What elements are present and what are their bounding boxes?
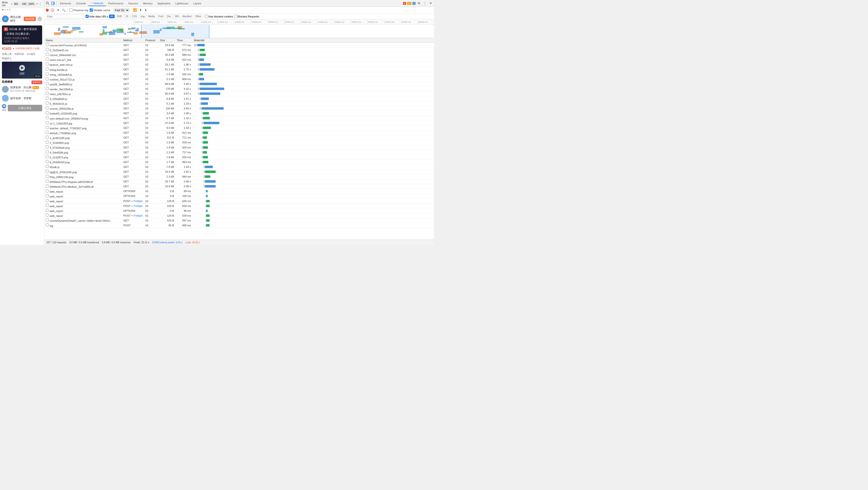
table-row[interactable]: course.html?course_id=249141GETh219.6 kB… bbox=[44, 43, 434, 48]
filter-input[interactable] bbox=[46, 15, 85, 19]
table-row[interactable]: 2_41504f02.pngGETh21.9 kB918 ms bbox=[44, 140, 434, 145]
table-row[interactable]: polyfill_3a4f6893.jsGETh268.6 kB3.40 s bbox=[44, 82, 434, 86]
tab-application[interactable]: Application bbox=[155, 1, 173, 6]
more-options-button[interactable]: ⋮ bbox=[38, 1, 42, 6]
table-row[interactable]: web_reportPOST + Preflighth2129 B635 ms bbox=[44, 199, 434, 203]
filter-toggle-button[interactable]: ▼ bbox=[56, 8, 60, 12]
table-row[interactable]: course_2056326b.jsGETh2100 kB3.93 s bbox=[44, 106, 434, 111]
row-checkbox[interactable] bbox=[46, 223, 49, 226]
filter-font[interactable]: Font bbox=[157, 15, 165, 18]
col-header-time[interactable]: Time bbox=[176, 38, 192, 43]
row-checkbox[interactable] bbox=[46, 131, 49, 134]
invite-badge[interactable]: 邀请有礼 bbox=[31, 81, 42, 84]
blocked-cookies-checkbox[interactable]: Has blocked cookies bbox=[205, 15, 233, 18]
row-checkbox[interactable] bbox=[46, 146, 49, 148]
table-row[interactable]: Play_6908119d.pngGETh22.3 kB944 ms bbox=[44, 174, 434, 179]
throttle-select[interactable]: Fast 3G bbox=[114, 8, 129, 12]
table-row[interactable]: sx-1_1c8a1953.jpgGETh237.6 kB2.73 s bbox=[44, 120, 434, 125]
col-header-waterfall[interactable]: Waterfall bbox=[192, 38, 434, 43]
table-row[interactable]: h5sdk.jsGETh27.9 kB1.44 s bbox=[44, 165, 434, 169]
clear-button[interactable]: 🚫 bbox=[50, 8, 55, 12]
row-checkbox[interactable] bbox=[46, 102, 49, 105]
search-button[interactable]: 🔍 bbox=[62, 8, 66, 12]
preflight-link[interactable]: Preflight bbox=[133, 214, 143, 217]
row-checkbox[interactable] bbox=[46, 77, 49, 80]
table-row[interactable]: web_reportPOST + Preflighth2129 B639 ms bbox=[44, 213, 434, 218]
row-checkbox[interactable] bbox=[46, 170, 49, 173]
row-checkbox[interactable] bbox=[46, 82, 49, 85]
row-checkbox[interactable] bbox=[46, 199, 49, 202]
table-row[interactable]: raven.min.js?_distGETh29.8 kB622 ms bbox=[44, 57, 434, 62]
table-row[interactable]: teacher_default_77392907.pngGETh29.0 kB1… bbox=[44, 125, 434, 130]
col-header-name[interactable]: Name bbox=[44, 38, 122, 43]
row-checkbox[interactable] bbox=[46, 155, 49, 158]
export-button[interactable]: ⬇ bbox=[144, 8, 148, 12]
row-checkbox[interactable] bbox=[46, 48, 49, 51]
tab-performance[interactable]: Performance bbox=[106, 1, 126, 6]
row-checkbox[interactable] bbox=[46, 116, 49, 119]
table-row[interactable]: courseDynamicDetail?_cache=1&bkn=&cid=24… bbox=[44, 218, 434, 223]
row-checkbox[interactable] bbox=[46, 160, 49, 163]
row-checkbox[interactable] bbox=[46, 87, 49, 90]
row-checkbox[interactable] bbox=[46, 58, 49, 61]
row-checkbox[interactable] bbox=[46, 204, 49, 207]
row-checkbox[interactable] bbox=[46, 126, 49, 129]
row-checkbox[interactable] bbox=[46, 180, 49, 183]
table-row[interactable]: imlog_1681bdb4.jsGETh21.0 kB592 ms bbox=[44, 72, 434, 77]
row-checkbox[interactable] bbox=[46, 190, 49, 192]
row-checkbox[interactable] bbox=[46, 121, 49, 124]
blocked-requests-checkbox[interactable]: Blocked Requests bbox=[234, 15, 259, 18]
tab-network[interactable]: ⚠ Network bbox=[88, 1, 106, 6]
more-devtools-button[interactable]: ⋮ bbox=[422, 1, 427, 6]
row-checkbox[interactable] bbox=[46, 184, 49, 188]
filter-all[interactable]: All bbox=[109, 15, 115, 18]
row-checkbox[interactable] bbox=[46, 136, 49, 139]
tab-layers[interactable]: Layers bbox=[191, 1, 204, 6]
preflight-link[interactable]: Preflight bbox=[133, 205, 143, 207]
play-button[interactable] bbox=[19, 65, 25, 71]
col-header-method[interactable]: Method bbox=[122, 38, 144, 43]
record-button[interactable] bbox=[46, 9, 49, 12]
hide-data-urls-checkbox[interactable]: Hide data URLs bbox=[86, 15, 108, 18]
row-checkbox[interactable] bbox=[46, 141, 49, 144]
video-thumbnail[interactable]: 试听 43:21 bbox=[2, 62, 42, 79]
row-checkbox[interactable] bbox=[46, 73, 49, 76]
import-button[interactable]: ⬆ bbox=[139, 8, 143, 12]
table-row[interactable]: beacon_web.min.jsGETh219.1 kB1.86 s bbox=[44, 62, 434, 67]
filter-manifest[interactable]: Manifest bbox=[181, 15, 193, 18]
settings-button[interactable]: ⚙ bbox=[416, 1, 422, 6]
row-checkbox[interactable] bbox=[46, 219, 49, 222]
table-row[interactable]: 3_b7d184a4.pngGETh21.9 kB925 ms bbox=[44, 145, 434, 150]
table-row[interactable]: web_reportOPTIONSh20 B96 ms bbox=[44, 208, 434, 213]
consult-section[interactable]: 💬 咨询 bbox=[2, 104, 6, 112]
filter-xhr[interactable]: XHR bbox=[115, 15, 123, 18]
table-row[interactable]: web_reportOPTIONSh20 B99 ms bbox=[44, 189, 434, 194]
table-row[interactable]: 6_043d5420.pngGETh21.7 kB963 ms bbox=[44, 160, 434, 165]
table-row[interactable]: web_reportPOST + Preflighth2129 B659 ms bbox=[44, 203, 434, 208]
table-row[interactable]: fudao60_e232b35f.pngGETh23.6 kB1.06 s bbox=[44, 111, 434, 116]
row-checkbox[interactable] bbox=[46, 209, 49, 212]
table-row[interactable]: 1_dcd012d5.pngGETh2611 B711 ms bbox=[44, 135, 434, 140]
table-row[interactable]: logPOSTh290 B600 ms bbox=[44, 223, 434, 228]
filter-ws[interactable]: WS bbox=[174, 15, 180, 18]
waterfall-overview[interactable] bbox=[44, 25, 434, 38]
disable-cache-checkbox[interactable]: Disable cache bbox=[90, 8, 110, 12]
row-checkbox[interactable] bbox=[46, 175, 49, 178]
table-row[interactable]: 4_635a8eb0.jsGETh28.8 kB1.41 s bbox=[44, 96, 434, 101]
row-checkbox[interactable] bbox=[46, 214, 49, 217]
row-checkbox[interactable] bbox=[46, 67, 49, 70]
device-selector[interactable]: Moto G4 bbox=[2, 1, 9, 7]
table-row[interactable]: imlog.bundle.jsGETh241.1 kB2.75 s bbox=[44, 67, 434, 72]
row-checkbox[interactable] bbox=[46, 92, 49, 95]
device-toggle-button[interactable] bbox=[51, 1, 56, 6]
row-checkbox[interactable] bbox=[46, 111, 49, 114]
row-checkbox[interactable] bbox=[46, 43, 49, 46]
tab-lighthouse[interactable]: Lighthouse bbox=[173, 1, 191, 6]
zoom-selector[interactable]: 100% bbox=[27, 2, 35, 6]
row-checkbox[interactable] bbox=[46, 194, 49, 197]
preflight-link[interactable]: Preflight bbox=[133, 200, 143, 203]
row-checkbox[interactable] bbox=[46, 107, 49, 109]
filter-css[interactable]: CSS bbox=[131, 15, 138, 18]
table-row[interactable]: 4_5def93f4.pngGETh21.3 kB717 ms bbox=[44, 150, 434, 155]
tab-memory[interactable]: Memory bbox=[141, 1, 155, 6]
